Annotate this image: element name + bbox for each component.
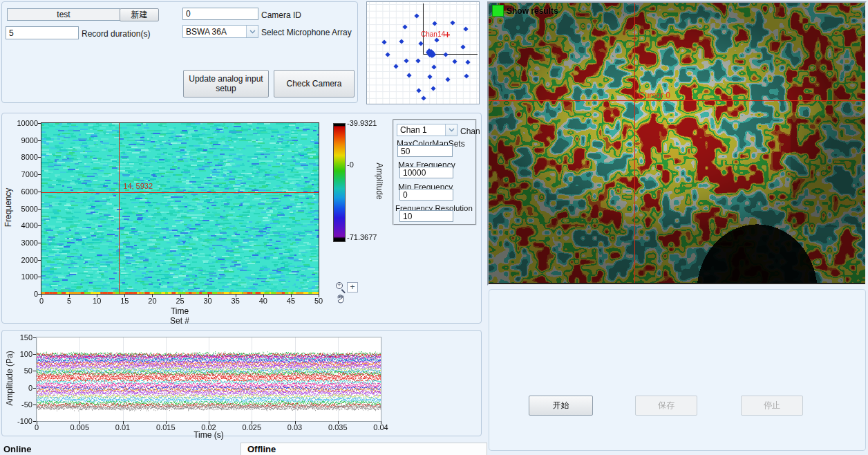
chevron-down-icon[interactable] [246,26,258,37]
microphone-array-value: BSWA 36A [183,26,246,37]
show-results-led[interactable] [492,5,504,17]
waveform-x-axis-label: Time (s) [194,430,224,440]
min-frequency-field[interactable] [399,189,453,201]
record-duration-field[interactable] [6,26,79,39]
microphone-array-dropdown[interactable]: BSWA 36A [182,25,258,38]
cursor-tool-icon[interactable] [347,282,358,292]
new-button[interactable]: 新建 [120,8,159,21]
frequency-resolution-field[interactable] [399,210,453,222]
channel-label: Chan [460,127,480,136]
show-results-label: Show results [507,6,558,16]
spectrogram-x-axis-label: Time Set # [164,306,195,326]
action-panel [489,289,866,451]
online-status-label: Online [3,444,31,454]
colorbar-max-label: -39.9321 [347,119,377,127]
camera-cursor-vline[interactable] [634,3,635,283]
mic-array-cursor-label: Chan14 [409,30,445,38]
spectrogram-y-axis-label: Frequency [3,188,13,228]
microphone-array-plot[interactable] [366,1,480,104]
camera-id-label: Camera ID [261,10,301,20]
waveform-y-axis-label: Amplitude (Pa) [5,351,15,405]
channel-dropdown[interactable]: Chan 1 [397,124,457,136]
camera-image[interactable] [489,3,865,283]
chevron-down-icon[interactable] [445,124,457,136]
stop-button[interactable]: 停止 [741,396,803,416]
camera-id-field[interactable] [182,8,258,20]
max-color-map-sets-field[interactable] [397,145,453,157]
test-name-field[interactable] [7,8,120,21]
record-duration-label: Record duration(s) [82,29,150,39]
zoom-tool-icon[interactable] [335,282,346,293]
spectrogram-cursor-label: 14, 5932 [123,182,153,190]
update-analog-input-button[interactable]: Update analog input setup [183,70,269,98]
pan-hand-icon[interactable] [336,294,346,304]
colorbar-title: Amplitude [375,162,384,199]
colorbar-min-label: -71.3677 [347,233,377,241]
colorbar-mid-label: -0 [347,160,354,169]
camera-cursor-label: Cursor 0 [639,91,670,100]
save-button[interactable]: 保存 [635,396,697,416]
spectrogram-plot[interactable] [41,122,319,295]
max-frequency-field[interactable] [399,167,453,178]
offline-status-bar: Offline [240,443,487,455]
spectrogram-cursor-hline[interactable] [41,192,319,193]
spectrogram-cursor-vline[interactable] [119,123,120,294]
channel-value: Chan 1 [397,124,445,136]
microphone-array-label: Select Microphone Array [261,28,352,37]
start-button[interactable]: 开始 [529,396,593,416]
waveform-plot[interactable] [36,337,381,422]
check-camera-button[interactable]: Check Camera [274,70,355,98]
amplitude-colorbar[interactable] [333,123,346,242]
camera-cursor-hline[interactable] [489,100,865,101]
offline-status-label: Offline [247,444,276,454]
